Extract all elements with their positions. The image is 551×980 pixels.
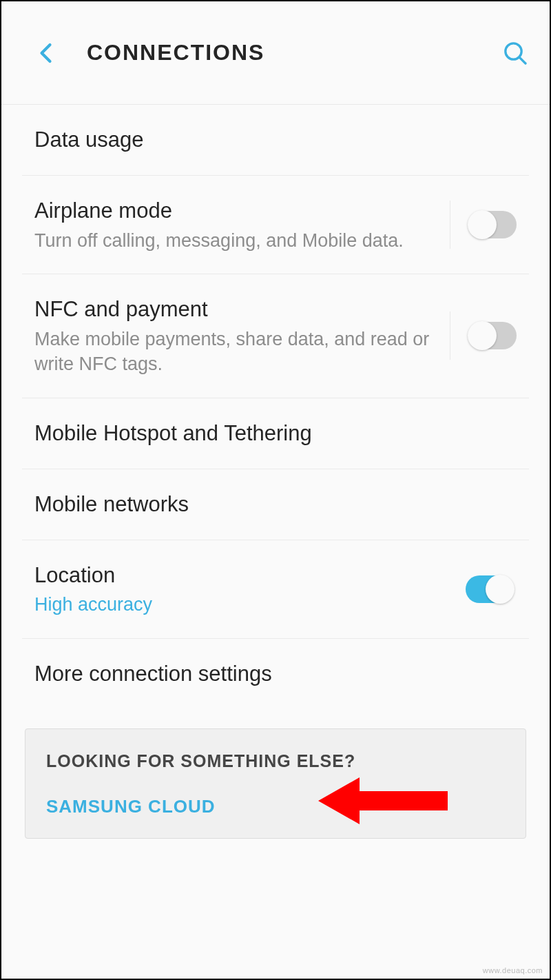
settings-list: Data usage Airplane mode Turn off callin… xyxy=(1,105,550,709)
item-title: More connection settings xyxy=(34,660,510,688)
footer-heading: LOOKING FOR SOMETHING ELSE? xyxy=(46,751,505,771)
toggle-wrap xyxy=(450,312,517,360)
svg-line-1 xyxy=(519,57,526,63)
item-nfc-payment[interactable]: NFC and payment Make mobile payments, sh… xyxy=(22,274,529,398)
item-title: Location xyxy=(34,561,459,590)
item-title: Data usage xyxy=(34,125,510,154)
back-icon[interactable] xyxy=(34,41,59,65)
toggle-knob xyxy=(486,575,514,604)
watermark: www.deuaq.com xyxy=(483,966,543,974)
item-subtitle: Turn off calling, messaging, and Mobile … xyxy=(34,228,443,253)
item-subtitle: Make mobile payments, share data, and re… xyxy=(34,327,443,377)
item-title: Mobile networks xyxy=(34,490,510,519)
item-title: Airplane mode xyxy=(34,196,443,225)
item-location[interactable]: Location High accuracy xyxy=(22,540,529,639)
airplane-mode-toggle[interactable] xyxy=(468,211,517,238)
location-toggle[interactable] xyxy=(466,575,514,603)
toggle-knob xyxy=(468,321,497,350)
samsung-cloud-link[interactable]: SAMSUNG CLOUD xyxy=(46,796,505,817)
search-icon[interactable] xyxy=(501,39,529,67)
item-more-connection-settings[interactable]: More connection settings xyxy=(22,639,529,709)
item-mobile-hotspot[interactable]: Mobile Hotspot and Tethering xyxy=(22,398,529,469)
item-subtitle: High accuracy xyxy=(34,592,459,617)
item-mobile-networks[interactable]: Mobile networks xyxy=(22,469,529,540)
header-bar: CONNECTIONS xyxy=(1,1,550,105)
item-title: Mobile Hotspot and Tethering xyxy=(34,419,510,448)
toggle-knob xyxy=(468,210,497,239)
item-data-usage[interactable]: Data usage xyxy=(22,105,529,176)
item-title: NFC and payment xyxy=(34,295,443,324)
page-title: CONNECTIONS xyxy=(87,40,501,65)
nfc-toggle[interactable] xyxy=(468,322,517,349)
item-airplane-mode[interactable]: Airplane mode Turn off calling, messagin… xyxy=(22,176,529,274)
footer-card: LOOKING FOR SOMETHING ELSE? SAMSUNG CLOU… xyxy=(25,728,526,839)
toggle-wrap xyxy=(450,201,517,249)
